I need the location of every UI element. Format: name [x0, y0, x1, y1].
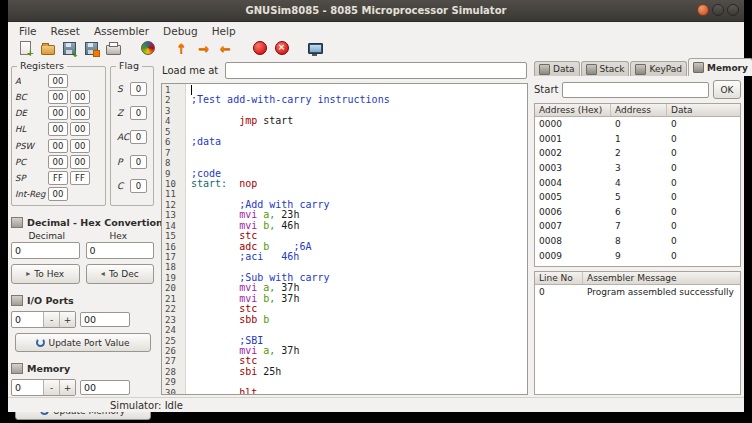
tab-stack[interactable]: Stack — [581, 61, 630, 76]
memory-table-row[interactable]: 000990 — [535, 248, 740, 263]
register-value[interactable]: 00 — [48, 90, 68, 104]
menu-file[interactable]: File — [12, 24, 44, 38]
code-editor[interactable]: 1234567891011121314151617181920212223242… — [161, 83, 528, 395]
register-value[interactable]: 00 — [48, 122, 68, 136]
column-data[interactable]: Data — [667, 104, 740, 116]
register-value[interactable]: 00 — [70, 106, 90, 120]
flag-value[interactable]: 0 — [130, 130, 147, 144]
column-line-no[interactable]: Line No — [535, 272, 583, 284]
monitor-icon[interactable] — [308, 41, 323, 56]
register-value[interactable]: 00 — [70, 155, 90, 169]
line-number: 1 — [165, 85, 185, 95]
editor-area: Load me at 12345678910111213141516171819… — [156, 57, 530, 397]
assembler-message-row[interactable]: 0Program assembled successfully — [535, 285, 740, 300]
left-arrow-icon[interactable] — [218, 41, 233, 56]
column-address[interactable]: Address — [611, 104, 667, 116]
register-value[interactable]: 00 — [48, 106, 68, 120]
save-icon[interactable] — [62, 41, 77, 56]
to-hex-button[interactable]: To Hex — [11, 264, 80, 284]
register-value[interactable]: 00 — [70, 139, 90, 153]
title-bar[interactable]: GNUSim8085 - 8085 Microprocessor Simulat… — [8, 0, 744, 22]
stop-icon[interactable] — [274, 41, 289, 56]
flag-value[interactable]: 0 — [130, 155, 147, 169]
editor-code[interactable]: ;Test add-with-carry instructions jmp st… — [186, 84, 527, 394]
memory-table-row[interactable]: 000660 — [535, 205, 740, 220]
memory-increment-button[interactable]: + — [59, 380, 75, 395]
io-ports-header[interactable]: I/O Ports — [11, 295, 154, 306]
right-arrow-icon[interactable] — [196, 41, 211, 56]
maximize-icon[interactable] — [727, 4, 739, 16]
io-port-decrement-button[interactable]: - — [43, 312, 59, 327]
close-icon[interactable] — [697, 4, 709, 16]
memory-decrement-button[interactable]: - — [43, 380, 59, 395]
update-port-value-button[interactable]: Update Port Value — [15, 333, 151, 352]
start-address-input[interactable] — [562, 82, 709, 98]
io-port-value-input[interactable]: 00 — [80, 312, 130, 327]
line-number: 27 — [165, 356, 185, 366]
memory-table-row[interactable]: 000220 — [535, 146, 740, 161]
assemble-icon[interactable] — [140, 41, 155, 56]
flag-value[interactable]: 0 — [130, 82, 147, 96]
memory-table-row[interactable]: 000770 — [535, 219, 740, 234]
new-file-icon[interactable] — [18, 41, 33, 56]
memory-address-input[interactable]: 0 — [12, 380, 43, 395]
memory-table-body: 0000000001100002200003300004400005500006… — [535, 117, 740, 266]
menu-help[interactable]: Help — [205, 24, 243, 38]
memory-table-row[interactable]: 000880 — [535, 234, 740, 249]
code-line[interactable]: start: nop — [191, 179, 527, 189]
print-icon[interactable] — [106, 41, 121, 56]
memory-table-row[interactable]: 000110 — [535, 132, 740, 147]
register-label: BC — [15, 92, 48, 102]
code-line[interactable]: sbi 25h — [191, 367, 527, 377]
memory-table-row[interactable]: 000000 — [535, 117, 740, 132]
tab-keypad[interactable]: KeyPad — [630, 61, 687, 76]
tab-memory[interactable]: Memory — [688, 58, 752, 76]
register-value[interactable]: 00 — [48, 155, 68, 169]
register-value[interactable]: 00 — [48, 74, 68, 88]
memory-table-row[interactable]: 000550 — [535, 190, 740, 205]
memory-table-row[interactable]: 000330 — [535, 161, 740, 176]
flag-value[interactable]: 0 — [130, 179, 147, 193]
flag-value[interactable]: 0 — [130, 106, 147, 120]
code-line[interactable]: hlt — [191, 388, 527, 394]
open-file-icon[interactable] — [40, 41, 55, 56]
menu-debug[interactable]: Debug — [156, 24, 205, 38]
to-dec-button[interactable]: To Dec — [86, 264, 155, 284]
menu-reset[interactable]: Reset — [44, 24, 87, 38]
memory-table-row[interactable]: 000440 — [535, 175, 740, 190]
hex-input[interactable]: 0 — [86, 242, 155, 259]
code-line[interactable]: sbb b — [191, 315, 527, 325]
load-address-input[interactable] — [225, 62, 527, 79]
register-value[interactable]: 00 — [70, 90, 90, 104]
memory-value-input[interactable]: 00 — [80, 380, 130, 395]
up-arrow-icon[interactable] — [174, 41, 189, 56]
register-value[interactable]: 00 — [48, 187, 68, 201]
decimal-input[interactable]: 0 — [11, 242, 80, 259]
code-line[interactable] — [191, 158, 527, 168]
register-value[interactable]: 00 — [48, 139, 68, 153]
register-label: Int-Reg — [15, 189, 48, 199]
minimize-icon[interactable] — [712, 4, 724, 16]
code-line[interactable]: jmp start — [191, 116, 527, 126]
code-line[interactable]: ;data — [191, 137, 527, 147]
register-value[interactable]: FF — [70, 171, 90, 185]
ok-button[interactable]: OK — [713, 80, 741, 99]
io-port-address-input[interactable]: 0 — [12, 312, 43, 327]
register-value[interactable]: FF — [48, 171, 68, 185]
menu-assembler[interactable]: Assembler — [87, 24, 156, 38]
memory-header[interactable]: Memory — [11, 363, 154, 374]
registers-title: Registers — [17, 60, 67, 71]
code-line[interactable] — [191, 148, 527, 158]
column-assembler-message[interactable]: Assembler Message — [583, 272, 740, 284]
status-text: Simulator: Idle — [110, 400, 183, 411]
column-address-hex[interactable]: Address (Hex) — [535, 104, 611, 116]
register-value[interactable]: 00 — [70, 122, 90, 136]
tab-data[interactable]: Data — [534, 61, 580, 76]
code-line[interactable] — [191, 127, 527, 137]
code-line[interactable]: ;Test add-with-carry instructions — [191, 95, 527, 105]
converter-header[interactable]: Decimal - Hex Convertion — [11, 217, 154, 228]
record-icon[interactable] — [252, 41, 267, 56]
code-line[interactable]: ;aci 46h — [191, 252, 527, 262]
io-port-increment-button[interactable]: + — [59, 312, 75, 327]
save-as-icon[interactable] — [84, 41, 99, 56]
